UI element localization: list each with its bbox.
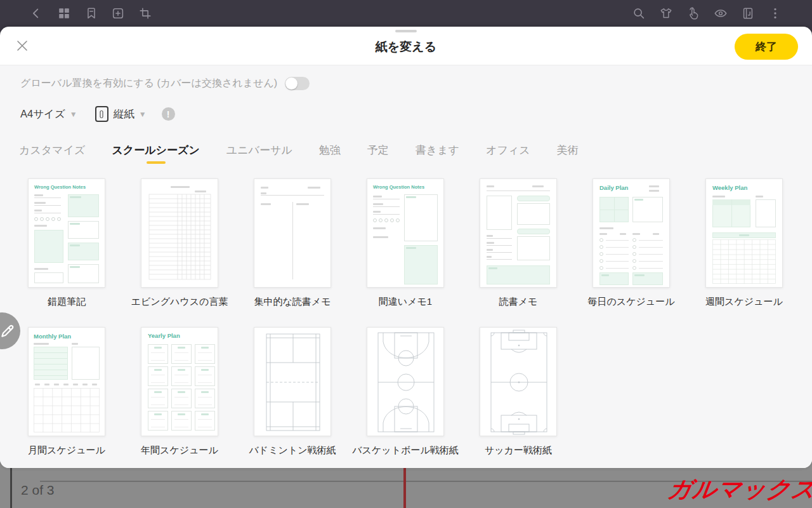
template-item: バドミントン戦術紙: [236, 327, 349, 457]
template-card[interactable]: Yearly Plan: [141, 327, 218, 436]
template-card[interactable]: Wrong Question Notes: [367, 178, 444, 288]
template-card[interactable]: [480, 178, 557, 288]
preview-title: Weekly Plan: [712, 184, 747, 191]
crop-icon[interactable]: [138, 6, 152, 20]
pencil-icon: [0, 323, 16, 339]
global-replace-toggle[interactable]: [285, 77, 310, 90]
template-caption: エビングハウスの言葉: [131, 296, 228, 308]
template-caption: 週間スケジュール: [705, 296, 783, 308]
template-item: Wrong Question Notes 間違いメモ1: [349, 178, 462, 308]
page-divider-red-line: [403, 468, 406, 508]
template-item: Weekly Plan: [688, 178, 801, 308]
watermark-logo: ガルマックス: [665, 474, 812, 505]
active-tab-underline: [147, 161, 166, 164]
change-paper-sheet: 紙を変える 終了 グローバル置換を有効にする (カバーは交換されません) A4サ…: [0, 27, 812, 468]
template-caption: サッカー戦術紙: [485, 444, 552, 457]
template-caption: 読書メモ: [499, 296, 538, 308]
template-card[interactable]: [254, 178, 331, 288]
paper-settings-row: A4サイズ ▼ 縦紙 ▼ !: [20, 106, 175, 122]
template-grid-row2: Monthly Plan: [10, 327, 801, 457]
tab-school-season[interactable]: スクールシーズン: [112, 143, 199, 157]
template-item: Daily Plan: [575, 178, 688, 308]
sheet-title: 紙を変える: [0, 39, 812, 55]
template-caption: 間違いメモ1: [379, 296, 432, 308]
preview-title: Wrong Question Notes: [373, 184, 424, 190]
sheet-content: グローバル置換を有効にする (カバーは交換されません) A4サイズ ▼ 縦紙 ▼…: [0, 65, 812, 468]
template-card[interactable]: Wrong Question Notes: [28, 178, 105, 288]
grid-icon[interactable]: [57, 6, 71, 20]
chevron-down-icon: ▼: [139, 110, 147, 119]
template-item: Wrong Question Notes: [10, 178, 123, 308]
info-warning-icon[interactable]: !: [162, 107, 175, 121]
tab-universal[interactable]: ユニバーサル: [226, 143, 292, 157]
template-item: Monthly Plan: [10, 327, 123, 457]
chevron-down-icon: ▼: [70, 110, 77, 119]
finish-button[interactable]: 終了: [735, 34, 798, 60]
gesture-icon[interactable]: [686, 6, 700, 20]
tab-office[interactable]: オフィス: [486, 143, 530, 157]
tab-writing[interactable]: 書きます: [416, 143, 459, 157]
template-caption: 毎日のスケジュール: [587, 296, 674, 308]
template-card[interactable]: Daily Plan: [593, 178, 670, 288]
template-item: 読書メモ: [462, 178, 575, 308]
template-item: バスケットボール戦術紙: [349, 327, 462, 457]
more-icon[interactable]: [768, 6, 782, 20]
bookmark-icon[interactable]: [84, 6, 98, 20]
template-caption: 月間スケジュール: [28, 444, 105, 457]
orientation-select[interactable]: 縦紙: [114, 107, 134, 121]
preview-title: Daily Plan: [599, 184, 628, 191]
template-card[interactable]: [367, 327, 444, 436]
shirt-icon[interactable]: [659, 6, 673, 20]
template-card[interactable]: Weekly Plan: [705, 178, 783, 288]
tab-study[interactable]: 勉強: [319, 143, 341, 157]
add-page-icon[interactable]: [111, 6, 125, 20]
tab-plans[interactable]: 予定: [367, 143, 389, 157]
template-card[interactable]: [254, 327, 331, 436]
template-item: サッカー戦術紙: [462, 327, 575, 457]
eye-icon[interactable]: [714, 6, 728, 20]
preview-title: Wrong Question Notes: [34, 184, 86, 190]
template-item: Yearly Plan 年間スケジュール: [123, 327, 236, 457]
preview-title: Yearly Plan: [148, 332, 180, 339]
category-tabs: カスタマイズ スクールシーズン ユニバーサル 勉強 予定 書きます オフィス 美…: [19, 143, 579, 157]
paper-size-select[interactable]: A4サイズ: [20, 107, 65, 121]
template-item: エビングハウスの言葉: [123, 178, 236, 308]
page-icon[interactable]: [741, 6, 755, 20]
page-margin-line: [10, 468, 12, 508]
underlying-note-page: 2 of 3 ガルマックス: [0, 468, 812, 508]
back-icon[interactable]: [29, 6, 43, 20]
template-caption: 集中的な読書メモ: [254, 296, 331, 308]
sheet-header: 紙を変える 終了: [0, 27, 812, 65]
template-card[interactable]: [480, 327, 557, 436]
template-caption: 年間スケジュール: [141, 444, 218, 457]
search-icon[interactable]: [632, 6, 646, 20]
template-caption: バドミントン戦術紙: [249, 444, 336, 457]
template-item: 集中的な読書メモ: [236, 178, 349, 308]
template-card[interactable]: [141, 178, 218, 288]
preview-title: Monthly Plan: [34, 333, 71, 340]
tab-customize[interactable]: カスタマイズ: [19, 143, 85, 157]
template-caption: 錯題筆記: [48, 296, 86, 308]
template-grid-row1: Wrong Question Notes: [10, 178, 801, 308]
global-replace-row: グローバル置換を有効にする (カバーは交換されません): [20, 77, 310, 90]
portrait-orientation-icon: [95, 106, 108, 122]
page-indicator: 2 of 3: [21, 483, 55, 498]
template-caption: バスケットボール戦術紙: [352, 444, 458, 457]
toggle-knob: [285, 77, 298, 90]
template-card[interactable]: Monthly Plan: [28, 327, 105, 436]
tab-art[interactable]: 美術: [557, 143, 579, 157]
global-replace-label: グローバル置換を有効にする (カバーは交換されません): [20, 77, 277, 90]
